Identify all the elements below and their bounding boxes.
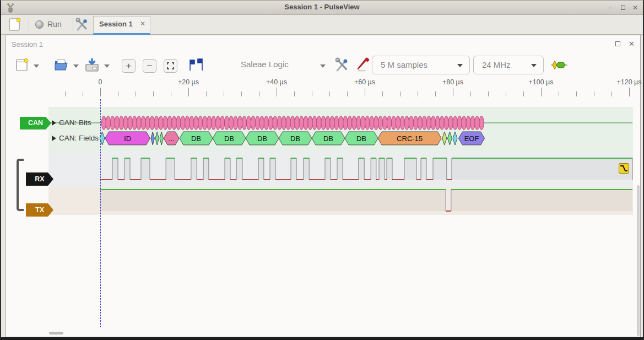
ruler-minor-tick	[65, 91, 66, 96]
sample-rate-combo[interactable]: 24 MHz	[473, 56, 544, 74]
ruler-minor-tick	[611, 91, 612, 96]
ruler-minor-tick	[312, 91, 312, 96]
window-titlebar[interactable]: Session 1 - PulseView – ✕	[1, 1, 643, 15]
horizontal-scrollbar[interactable]	[49, 332, 63, 334]
tx-trace-row[interactable]	[48, 187, 633, 215]
ruler-minor-tick	[118, 91, 118, 96]
new-dropdown-arrow[interactable]	[34, 64, 39, 68]
wrench-screwdriver-icon	[334, 57, 350, 73]
ruler-tick-label: +40 µs	[266, 78, 287, 86]
tab-close-icon[interactable]: ✕	[140, 20, 145, 28]
float-icon	[615, 41, 620, 46]
ruler-minor-tick	[576, 91, 577, 96]
can-decoder-tag[interactable]: CAN	[20, 117, 51, 129]
save-button[interactable]	[84, 57, 100, 75]
tx-channel-tag[interactable]: TX	[26, 203, 53, 217]
decoder-icon	[550, 60, 568, 70]
ruler-tick-label: +120 µs	[616, 78, 641, 86]
toolbar-separator	[73, 18, 73, 31]
chevron-down-icon	[457, 64, 463, 67]
ruler-minor-tick	[506, 91, 506, 96]
ruler-major-tick	[541, 88, 542, 96]
dock-float-button[interactable]	[615, 41, 622, 48]
open-folder-icon	[53, 57, 69, 73]
ruler-minor-tick	[224, 91, 224, 96]
toolbar-separator	[29, 18, 29, 31]
open-file-button[interactable]	[53, 57, 69, 75]
zoom-fit-icon	[164, 60, 177, 72]
can-bits-row-label: CAN: Bits	[59, 118, 91, 127]
ruler-minor-tick	[347, 91, 348, 96]
new-session-button[interactable]	[7, 17, 23, 33]
settings-button[interactable]	[75, 18, 89, 32]
ruler-major-tick	[629, 88, 630, 96]
ruler-tick-label: 0	[99, 78, 102, 86]
probe-icon	[354, 57, 370, 73]
open-dropdown-arrow[interactable]	[73, 64, 79, 68]
ruler-minor-tick	[488, 91, 489, 96]
vertical-scrollbar[interactable]	[637, 185, 640, 336]
ruler-tick-label: +80 µs	[442, 78, 463, 86]
sample-count-value: 5 M samples	[381, 60, 427, 69]
tab-session-1[interactable]: Session 1 ✕	[93, 16, 150, 35]
zoom-out-button[interactable]: −	[143, 59, 156, 73]
rx-trace-row[interactable]	[48, 152, 633, 187]
dock-title: Session 1	[12, 40, 43, 48]
expand-arrow-icon[interactable]	[52, 120, 56, 126]
zoom-in-button[interactable]: +	[122, 59, 136, 73]
rx-channel-tag[interactable]: RX	[26, 172, 53, 186]
falling-edge-trigger-marker[interactable]	[619, 163, 629, 174]
ruler-minor-tick	[594, 91, 594, 96]
ruler-minor-tick	[470, 91, 471, 96]
new-document-icon	[15, 57, 30, 73]
ruler-minor-tick	[241, 91, 242, 96]
session-panel: Session 1 ✕ +	[6, 35, 641, 337]
ruler-tick-label: +20 µs	[178, 78, 199, 86]
falling-edge-icon	[619, 164, 629, 173]
can-decoder-row[interactable]	[48, 107, 633, 152]
channel-group-bracket[interactable]	[17, 159, 24, 211]
device-dropdown-arrow[interactable]	[320, 64, 326, 68]
ruler-minor-tick	[136, 91, 136, 96]
trigger-markers-icon[interactable]	[188, 58, 204, 74]
ruler-minor-tick	[171, 91, 171, 96]
device-config-button[interactable]	[334, 57, 350, 75]
device-selector[interactable]: Saleae Logic	[241, 60, 289, 69]
new-session-file-button[interactable]	[15, 57, 30, 75]
add-decoder-button[interactable]	[550, 60, 568, 72]
ruler-minor-tick	[294, 91, 295, 96]
run-state-icon	[35, 20, 44, 29]
sample-count-combo[interactable]: 5 M samples	[372, 56, 470, 74]
ruler-tick-label: +100 µs	[528, 78, 553, 86]
ruler-minor-tick	[382, 91, 383, 96]
ruler-minor-tick	[400, 91, 401, 96]
zoom-fit-button[interactable]	[164, 59, 177, 73]
save-dropdown-arrow[interactable]	[104, 64, 110, 68]
new-document-icon	[7, 17, 23, 33]
tab-label: Session 1	[99, 20, 133, 28]
expand-arrow-icon[interactable]	[52, 136, 56, 141]
ruler-minor-tick	[523, 91, 524, 96]
minimize-button[interactable]: –	[606, 3, 615, 12]
ruler-minor-tick	[418, 91, 418, 96]
ruler-major-tick	[100, 88, 101, 96]
sample-rate-value: 24 MHz	[482, 60, 511, 69]
wrench-screwdriver-icon	[75, 18, 89, 32]
ruler-minor-tick	[329, 91, 330, 96]
close-button[interactable]: ✕	[631, 3, 640, 12]
time-cursor[interactable]	[100, 99, 101, 327]
ruler-tick-label: +60 µs	[354, 78, 375, 86]
maximize-icon	[621, 6, 625, 10]
channels-button[interactable]	[354, 57, 370, 75]
ruler-major-tick	[188, 88, 189, 96]
dock-close-button[interactable]: ✕	[629, 40, 635, 48]
ruler-major-tick	[453, 88, 453, 96]
ruler-minor-tick	[559, 91, 559, 96]
window-title: Session 1 - PulseView	[1, 3, 643, 11]
chevron-down-icon	[531, 64, 537, 67]
ruler-major-tick	[277, 88, 277, 96]
maximize-button[interactable]	[619, 3, 627, 12]
ruler-minor-tick	[83, 91, 83, 96]
ruler-minor-tick	[153, 91, 154, 96]
run-button[interactable]: Run	[34, 17, 69, 33]
